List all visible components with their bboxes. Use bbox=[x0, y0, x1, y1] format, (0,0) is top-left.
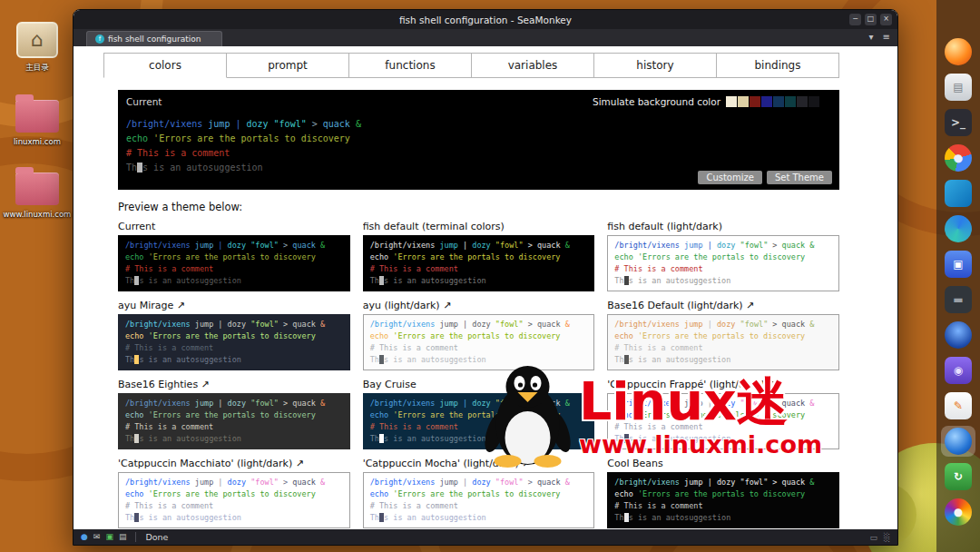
seamonkey-icon[interactable] bbox=[941, 426, 975, 457]
sample-line: echo 'Errors are the portals to discover… bbox=[370, 330, 588, 342]
browser-tab-label: fish shell configuration bbox=[108, 34, 201, 44]
theme-card[interactable]: Base16 Default (light/dark) ↗/bright/vix… bbox=[607, 300, 839, 370]
tab-history[interactable]: history bbox=[594, 53, 717, 78]
theme-card[interactable]: 'Catppuccin Frappé' (light/dark) ↗/brigh… bbox=[607, 379, 839, 449]
mail-icon[interactable]: ✉ bbox=[93, 533, 101, 541]
purple-app-icon[interactable]: ◉ bbox=[941, 355, 975, 386]
color-picker-glyph: ● bbox=[945, 498, 972, 526]
folder-icon bbox=[15, 172, 59, 205]
bg-swatch-0[interactable] bbox=[726, 96, 737, 107]
minimize-button[interactable]: − bbox=[849, 14, 861, 25]
laptop-icon[interactable]: ▬ bbox=[941, 284, 975, 315]
theme-card[interactable]: 'Catppuccin Mocha' (light/dark) ↗/bright… bbox=[363, 458, 595, 528]
sample-line: /bright/vixens jump | dozy "fowl" > quac… bbox=[614, 319, 832, 330]
browser-tabbar: f fish shell configuration ▾ ≡ bbox=[74, 29, 897, 46]
bg-swatch-5[interactable] bbox=[785, 96, 796, 107]
theme-preview: /bright/vixens jump | dozy "fowl" > quac… bbox=[363, 235, 595, 291]
sample-line: This is an autosuggestion bbox=[125, 512, 343, 524]
theme-name: Base16 Eighties ↗ bbox=[118, 379, 350, 390]
sample-line: echo 'Errors are the portals to discover… bbox=[125, 409, 343, 421]
desktop-icon-folder-linuxmi[interactable]: linuxmi.com bbox=[7, 94, 67, 146]
theme-name: fish default (light/dark) bbox=[607, 221, 839, 232]
sample-line: echo 'Errors are the portals to discover… bbox=[614, 251, 832, 263]
resize-grip-icon[interactable]: ░ bbox=[884, 533, 890, 542]
bg-swatch-6[interactable] bbox=[797, 96, 808, 107]
theme-card[interactable]: Current/bright/vixens jump | dozy "fowl"… bbox=[118, 221, 350, 291]
theme-name: Cool Beans bbox=[607, 458, 839, 469]
text-editor-icon[interactable]: ✎ bbox=[941, 390, 975, 421]
remmina-icon[interactable]: ▣ bbox=[941, 249, 975, 280]
files-icon[interactable]: ▤ bbox=[941, 72, 975, 103]
color-picker-icon[interactable]: ● bbox=[941, 497, 975, 527]
tab-functions[interactable]: functions bbox=[349, 53, 472, 78]
software-update-glyph: ↻ bbox=[945, 463, 972, 490]
window-titlebar[interactable]: fish shell configuration - SeaMonkey − □… bbox=[74, 10, 897, 29]
terminal-glyph: >_ bbox=[945, 109, 972, 136]
theme-card[interactable]: Base16 Eighties ↗/bright/vixens jump | d… bbox=[118, 379, 350, 449]
sample-line: /bright/vixens jump | dozy "fowl" > quac… bbox=[126, 117, 831, 132]
theme-card[interactable]: ayu Mirage ↗/bright/vixens jump | dozy "… bbox=[118, 300, 350, 370]
sample-line: # This is a comment bbox=[370, 500, 588, 512]
bg-swatch-7[interactable] bbox=[808, 96, 819, 107]
laptop-glyph: ▬ bbox=[945, 286, 972, 313]
current-theme-terminal: Current Simulate background color /brigh… bbox=[118, 90, 839, 190]
terminal-header: Current Simulate background color bbox=[126, 96, 831, 107]
address-book-icon[interactable]: ▤ bbox=[119, 533, 127, 541]
bg-swatch-4[interactable] bbox=[773, 96, 784, 107]
firefox-icon[interactable] bbox=[941, 36, 975, 67]
theme-preview: /bright/vixens jump | dozy "fowl" > quac… bbox=[607, 235, 839, 291]
set-theme-button[interactable]: Set Theme bbox=[767, 171, 832, 184]
theme-name: fish default (terminal colors) bbox=[363, 221, 595, 232]
vscode-icon[interactable] bbox=[941, 178, 975, 209]
sample-line: echo 'Errors are the portals to discover… bbox=[370, 251, 588, 263]
bg-swatch-8[interactable] bbox=[820, 96, 831, 107]
theme-name: 'Catppuccin Macchiato' (light/dark) ↗ bbox=[118, 458, 350, 469]
sample-line: This is an autosuggestion bbox=[370, 433, 588, 445]
edge-glyph bbox=[945, 215, 972, 242]
tab-colors[interactable]: colors bbox=[103, 53, 227, 78]
sample-line: # This is a comment bbox=[125, 263, 343, 275]
theme-name: 'Catppuccin Frappé' (light/dark) ↗ bbox=[607, 379, 839, 390]
tab-dropdown-icon[interactable]: ▾ bbox=[869, 32, 874, 42]
tab-prompt[interactable]: prompt bbox=[227, 53, 349, 78]
security-icon[interactable]: ▭ bbox=[870, 533, 878, 542]
close-button[interactable]: × bbox=[880, 14, 892, 25]
browser-tab[interactable]: f fish shell configuration bbox=[86, 31, 222, 46]
bg-swatch-2[interactable] bbox=[750, 96, 760, 107]
terminal-sample: /bright/vixens jump | dozy "fowl" > quac… bbox=[126, 117, 831, 175]
theme-card[interactable]: fish default (terminal colors)/bright/vi… bbox=[363, 221, 595, 291]
sample-line: # This is a comment bbox=[614, 500, 832, 512]
tab-variables[interactable]: variables bbox=[472, 53, 594, 78]
composer-icon[interactable]: ▣ bbox=[105, 533, 113, 541]
theme-card[interactable]: Bay Cruise/bright/vixens jump | dozy "fo… bbox=[363, 379, 595, 449]
tab-bindings[interactable]: bindings bbox=[717, 53, 839, 78]
maximize-button[interactable]: □ bbox=[865, 14, 877, 25]
theme-card[interactable]: Cool Beans/bright/vixens jump | dozy "fo… bbox=[607, 458, 839, 528]
terminal-icon[interactable]: >_ bbox=[941, 107, 975, 138]
theme-preview: /bright/vixens jump | dozy "fowl" > quac… bbox=[118, 235, 350, 291]
sample-line: # This is a comment bbox=[614, 263, 832, 275]
theme-card[interactable]: ayu (light/dark) ↗/bright/vixens jump | … bbox=[363, 300, 595, 370]
theme-card[interactable]: 'Catppuccin Macchiato' (light/dark) ↗/br… bbox=[118, 458, 350, 528]
window-controls: − □ × bbox=[849, 14, 892, 25]
bg-swatch-3[interactable] bbox=[761, 96, 772, 107]
navigator-icon[interactable]: ● bbox=[81, 533, 88, 541]
desktop-icon-folder-www-linuxmi[interactable]: www.linuxmi.com bbox=[7, 166, 67, 219]
theme-preview: /bright/vixens jump | dozy "fowl" > quac… bbox=[118, 393, 350, 449]
bg-swatch-1[interactable] bbox=[738, 96, 749, 107]
chrome-icon[interactable]: ● bbox=[941, 143, 975, 173]
theme-preview: /bright/vixens jump | dozy "fowl" > quac… bbox=[363, 472, 595, 528]
theme-name: ayu (light/dark) ↗ bbox=[363, 300, 595, 311]
software-update-icon[interactable]: ↻ bbox=[941, 461, 975, 492]
theme-preview: /bright/vixens jump | dozy "fowl" > quac… bbox=[118, 314, 350, 370]
customize-button[interactable]: Customize bbox=[698, 171, 762, 184]
page-content: colorspromptfunctionsvariableshistorybin… bbox=[74, 46, 897, 529]
sample-line: This is an autosuggestion bbox=[370, 354, 588, 366]
desktop-icon-home[interactable]: ⌂主目录 bbox=[7, 22, 67, 74]
sample-line: /bright/vixens jump | dozy "fowl" > quac… bbox=[125, 477, 343, 488]
edge-icon[interactable] bbox=[941, 213, 975, 244]
theme-name: ayu Mirage ↗ bbox=[118, 300, 350, 311]
gnome-web-icon[interactable] bbox=[941, 320, 975, 350]
theme-card[interactable]: fish default (light/dark)/bright/vixens … bbox=[607, 221, 839, 291]
tab-list-icon[interactable]: ≡ bbox=[883, 32, 890, 42]
